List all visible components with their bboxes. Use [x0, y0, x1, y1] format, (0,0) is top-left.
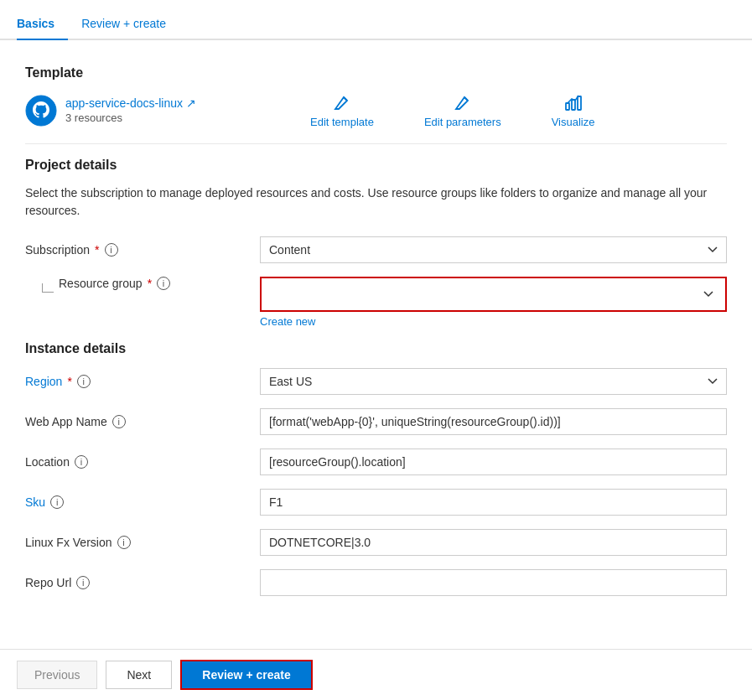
sku-info-icon[interactable]: i	[50, 495, 64, 509]
linux-fx-label: Linux Fx Version	[25, 536, 112, 549]
region-label-wrap: Region * i	[25, 375, 260, 388]
web-app-name-label: Web App Name	[25, 415, 107, 428]
sku-control	[260, 489, 727, 516]
template-section: Template app-service-docs-linux ↗ 3 reso…	[25, 65, 727, 128]
region-select[interactable]: East US	[260, 368, 727, 395]
region-control: East US	[260, 368, 727, 395]
pencil-params-icon	[453, 92, 473, 112]
svg-rect-3	[578, 96, 581, 110]
svg-rect-2	[572, 100, 575, 110]
template-info: app-service-docs-linux ↗ 3 resources	[25, 95, 260, 127]
sku-label-wrap: Sku i	[25, 495, 260, 509]
repo-url-row: Repo Url i	[25, 569, 727, 596]
resource-group-required: *	[148, 277, 152, 290]
svg-rect-1	[566, 103, 569, 110]
project-details-title: Project details	[25, 158, 727, 173]
previous-button[interactable]: Previous	[17, 661, 97, 689]
tab-review-create[interactable]: Review + create	[81, 10, 179, 40]
resource-group-label-wrap: Resource group * i	[25, 277, 260, 293]
subscription-label-wrap: Subscription * i	[25, 243, 260, 257]
linux-fx-info-icon[interactable]: i	[117, 536, 131, 549]
template-section-title: Template	[25, 65, 727, 80]
subscription-select[interactable]: Content	[260, 236, 727, 263]
pencil-icon	[332, 92, 352, 112]
project-details-section: Project details Select the subscription …	[25, 158, 727, 328]
sku-input[interactable]	[260, 489, 727, 516]
template-row: app-service-docs-linux ↗ 3 resources Edi…	[25, 92, 727, 128]
bottom-bar: Previous Next Review + create	[0, 649, 752, 700]
region-required: *	[67, 375, 71, 388]
visualize-label: Visualize	[552, 116, 595, 128]
next-button[interactable]: Next	[106, 661, 172, 689]
subscription-control: Content	[260, 236, 727, 263]
edit-template-button[interactable]: Edit template	[310, 92, 374, 128]
web-app-name-info-icon[interactable]: i	[112, 415, 126, 428]
linux-fx-row: Linux Fx Version i	[25, 529, 727, 556]
repo-url-label: Repo Url	[25, 576, 71, 589]
sku-label: Sku	[25, 495, 45, 509]
resource-group-info-icon[interactable]: i	[157, 277, 170, 290]
github-icon	[25, 95, 57, 127]
visualize-button[interactable]: Visualize	[552, 92, 595, 128]
edit-parameters-label: Edit parameters	[424, 116, 501, 128]
region-label: Region	[25, 375, 62, 388]
web-app-name-label-wrap: Web App Name i	[25, 415, 260, 428]
resource-group-error-border	[260, 277, 727, 312]
svg-point-0	[26, 96, 56, 126]
template-resources: 3 resources	[65, 111, 196, 124]
location-control	[260, 449, 727, 475]
repo-url-input[interactable]	[260, 569, 727, 596]
web-app-name-control	[260, 408, 727, 435]
create-new-link[interactable]: Create new	[260, 315, 727, 328]
location-label: Location	[25, 455, 70, 469]
resource-group-label: Resource group	[59, 277, 143, 290]
repo-url-info-icon[interactable]: i	[76, 576, 90, 589]
edit-template-label: Edit template	[310, 116, 374, 128]
resource-group-label-inner: Resource group * i	[59, 277, 170, 290]
web-app-name-row: Web App Name i	[25, 408, 727, 435]
location-info-icon[interactable]: i	[75, 455, 88, 469]
tab-basics[interactable]: Basics	[17, 10, 68, 40]
location-label-wrap: Location i	[25, 455, 260, 469]
template-link[interactable]: app-service-docs-linux ↗	[65, 96, 196, 110]
resource-group-row: Resource group * i Create new	[25, 277, 727, 328]
subscription-info-icon[interactable]: i	[105, 243, 118, 257]
resource-group-control: Create new	[260, 277, 727, 328]
sku-row: Sku i	[25, 489, 727, 516]
instance-details-title: Instance details	[25, 341, 727, 356]
subscription-label: Subscription	[25, 243, 90, 257]
repo-url-label-wrap: Repo Url i	[25, 576, 260, 589]
linux-fx-control	[260, 529, 727, 556]
project-description: Select the subscription to manage deploy…	[25, 184, 727, 220]
review-create-button[interactable]: Review + create	[180, 660, 312, 690]
location-row: Location i	[25, 449, 727, 475]
region-info-icon[interactable]: i	[77, 375, 91, 388]
resource-group-select[interactable]	[265, 282, 722, 307]
indent-horiz-line	[42, 292, 54, 293]
edit-parameters-button[interactable]: Edit parameters	[424, 92, 501, 128]
divider-1	[25, 143, 727, 144]
indent-vert-line	[42, 283, 43, 292]
instance-details-section: Instance details Region * i East US Web …	[25, 341, 727, 596]
linux-fx-input[interactable]	[260, 529, 727, 556]
web-app-name-input[interactable]	[260, 408, 727, 435]
subscription-row: Subscription * i Content	[25, 236, 727, 263]
region-row: Region * i East US	[25, 368, 727, 395]
visualize-icon	[563, 92, 583, 112]
template-actions: Edit template Edit parameters	[310, 92, 594, 128]
tab-bar: Basics Review + create	[0, 0, 752, 40]
subscription-required: *	[95, 243, 99, 257]
template-name-block: app-service-docs-linux ↗ 3 resources	[65, 96, 196, 124]
location-input[interactable]	[260, 449, 727, 475]
repo-url-control	[260, 569, 727, 596]
external-link-icon: ↗	[186, 96, 196, 110]
linux-fx-label-wrap: Linux Fx Version i	[25, 536, 260, 549]
main-content: Template app-service-docs-linux ↗ 3 reso…	[0, 40, 752, 626]
